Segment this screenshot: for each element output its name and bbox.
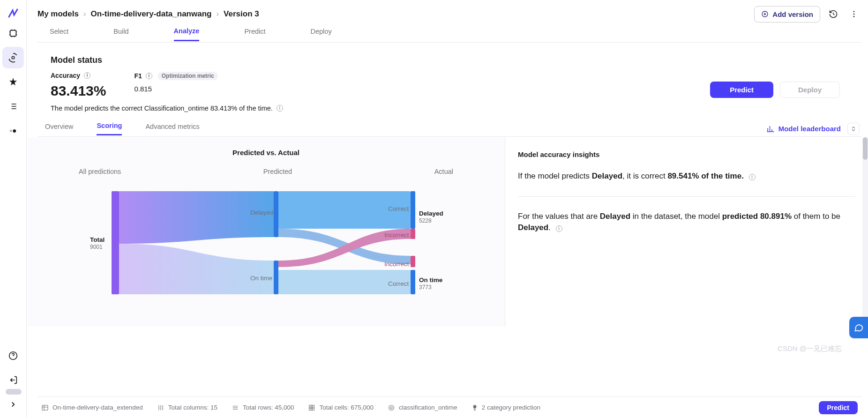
bb-prediction: 2 category prediction <box>471 404 540 411</box>
subtab-advanced[interactable]: Advanced metrics <box>145 123 199 135</box>
sankey-total-label: Total <box>90 236 105 243</box>
nav-logout-icon[interactable] <box>2 369 24 391</box>
f1-label: F1 <box>134 72 142 80</box>
add-version-button[interactable]: Add version <box>754 6 820 22</box>
chart-title: Predicted vs. Actual <box>46 149 486 157</box>
sankey-total-count: 9001 <box>90 244 103 250</box>
bb-columns: Total columns: 15 <box>157 404 217 411</box>
svg-rect-7 <box>42 405 48 410</box>
nav-star-icon[interactable] <box>2 71 24 93</box>
svg-point-9 <box>389 405 394 410</box>
svg-point-1 <box>12 56 15 59</box>
info-icon[interactable]: i <box>277 105 283 112</box>
chart-col-actual: Actual <box>434 168 453 175</box>
bottom-predict-button[interactable]: Predict <box>819 401 858 414</box>
sankey-final-delayed-n: 5228 <box>419 217 432 224</box>
accuracy-value: 83.413% <box>51 83 106 99</box>
collapse-icon[interactable] <box>847 123 860 135</box>
svg-point-4 <box>853 11 855 12</box>
breadcrumb-root[interactable]: My models <box>37 9 79 19</box>
bottom-bar: On-time-delivery-data_extended Total col… <box>37 396 861 418</box>
sidebar-expand-icon[interactable] <box>2 394 24 415</box>
status-description: The model predicts the correct Classific… <box>51 104 273 112</box>
svg-rect-8 <box>309 405 314 410</box>
history-icon[interactable] <box>826 7 841 22</box>
more-menu-icon[interactable] <box>846 7 861 22</box>
subtabs: Overview Scoring Advanced metrics Model … <box>37 121 861 137</box>
step-analyze[interactable]: Analyze <box>174 27 200 41</box>
model-leaderboard-link[interactable]: Model leaderboard <box>766 125 841 133</box>
sankey-chart: Total 9001 Delayed On time <box>112 191 468 313</box>
sankey-pred-ontime: On time <box>250 275 272 282</box>
scrollbar[interactable] <box>862 137 868 327</box>
nav-help-icon[interactable] <box>2 345 24 366</box>
breadcrumb-project[interactable]: On-time-delivery-data_nanwang <box>91 9 212 19</box>
subtab-scoring[interactable]: Scoring <box>97 122 122 135</box>
svg-point-10 <box>390 407 392 409</box>
svg-point-6 <box>853 16 855 17</box>
model-status: Model status Accuracy i 83.413% F1 i Opt… <box>51 55 840 112</box>
predict-button[interactable]: Predict <box>710 82 773 98</box>
svg-point-5 <box>853 14 855 15</box>
status-separator <box>6 389 22 395</box>
add-version-label: Add version <box>772 10 813 18</box>
nav-models-icon[interactable] <box>2 22 24 44</box>
chart-panel: Predicted vs. Actual All predictions Pre… <box>27 137 505 327</box>
step-build[interactable]: Build <box>113 28 128 40</box>
bb-cells: Total cells: 675,000 <box>308 404 374 411</box>
nav-list-icon[interactable] <box>2 96 24 117</box>
f1-value: 0.815 <box>134 85 217 93</box>
info-icon[interactable]: i <box>749 174 756 180</box>
accuracy-label: Accuracy <box>51 72 80 79</box>
bb-target: classification_ontime <box>388 404 457 411</box>
model-leaderboard-label: Model leaderboard <box>778 125 841 133</box>
chart-col-predicted: Predicted <box>263 168 292 175</box>
nav-current-model-icon[interactable] <box>2 47 24 68</box>
scrollbar-thumb[interactable] <box>863 137 868 160</box>
sankey-act-correct-1: Correct <box>388 205 409 212</box>
breadcrumb-version: Version 3 <box>224 9 259 19</box>
nav-more-icon[interactable]: ◦● <box>2 120 24 142</box>
insights-title: Model accuracy insights <box>518 150 856 158</box>
insight-card-1: If the model predicts Delayed, it is cor… <box>518 171 856 197</box>
sankey-act-incorrect-2: Incorrect <box>384 261 409 268</box>
sankey-final-delayed: Delayed <box>419 210 443 217</box>
sidebar: ◦● <box>0 0 27 418</box>
sankey-act-incorrect-1: Incorrect <box>384 231 409 239</box>
optimization-metric-badge: Optimization metric <box>158 72 218 80</box>
info-icon[interactable]: i <box>146 73 152 79</box>
step-deploy[interactable]: Deploy <box>311 28 332 40</box>
insights-panel: Model accuracy insights If the model pre… <box>506 137 861 327</box>
bb-dataset: On-time-delivery-data_extended <box>41 404 143 411</box>
step-predict[interactable]: Predict <box>244 28 265 40</box>
chevron-right-icon: › <box>216 9 219 19</box>
top-row: My models › On-time-delivery-data_nanwan… <box>37 5 861 23</box>
chat-icon[interactable] <box>849 317 868 338</box>
model-status-title: Model status <box>51 55 840 65</box>
info-icon[interactable]: i <box>84 72 90 79</box>
info-icon[interactable]: i <box>556 225 562 232</box>
sankey-final-ontime: On time <box>419 276 442 284</box>
subtab-overview[interactable]: Overview <box>45 123 73 135</box>
insight-card-2: For the values that are Delayed in the d… <box>518 211 856 248</box>
watermark-text: CSDN @一见已难忘 <box>778 344 842 353</box>
bb-rows: Total rows: 45,000 <box>232 404 294 411</box>
sankey-pred-delayed: Delayed <box>250 209 274 216</box>
chevron-right-icon: › <box>83 9 86 19</box>
steps-tabbar: Select Build Analyze Predict Deploy <box>37 26 861 43</box>
app-logo <box>7 7 20 20</box>
chart-col-allpred: All predictions <box>79 168 121 175</box>
svg-rect-0 <box>10 30 16 37</box>
step-select[interactable]: Select <box>50 28 68 40</box>
sankey-final-ontime-n: 3773 <box>419 284 432 291</box>
deploy-button: Deploy <box>780 82 840 98</box>
sankey-act-correct-2: Correct <box>388 280 409 287</box>
